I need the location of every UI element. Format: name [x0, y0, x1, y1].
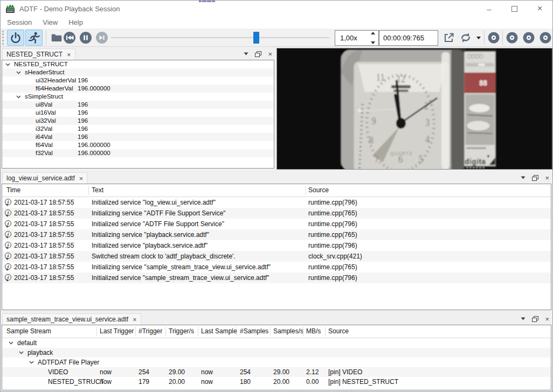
column-separator[interactable]	[303, 327, 303, 336]
log-time: 2021-03-17 18:57:55	[14, 262, 74, 272]
log-row[interactable]: i2021-03-17 18:57:55Initializing service…	[2, 208, 551, 219]
spin-up-icon[interactable]	[371, 32, 375, 34]
menu-help[interactable]: Help	[63, 17, 88, 29]
column-separator[interactable]	[165, 327, 166, 336]
seek-slider-handle[interactable]	[253, 32, 259, 44]
tab-close-icon[interactable]: ×	[79, 175, 84, 182]
tree-item-label: ui16Val	[36, 109, 56, 117]
column-separator[interactable]	[198, 327, 198, 336]
trace-column-header[interactable]: Sample Stream	[6, 325, 51, 338]
column-separator[interactable]	[88, 186, 89, 195]
panel-close-icon[interactable]: ×	[268, 51, 272, 58]
log-row[interactable]: i2021-03-17 18:57:55Initialized service …	[2, 197, 551, 208]
log-row[interactable]: i2021-03-17 18:57:55Switched stream cloc…	[2, 251, 551, 262]
tab-trace-view[interactable]: sample_stream_trace_view.ui_service.adtf…	[2, 313, 141, 325]
log-row[interactable]: i2021-03-17 18:57:55Initialized service …	[2, 272, 551, 283]
tree-row[interactable]: i32Val196	[2, 125, 274, 133]
clock-numeral: 3	[425, 118, 430, 129]
panel-float-icon[interactable]	[532, 316, 538, 322]
tree-row[interactable]: sHeaderStruct	[2, 68, 274, 76]
marker-button-1[interactable]	[486, 30, 501, 46]
tree-row[interactable]: ui32HeaderVal196	[2, 76, 274, 85]
tab-close-icon[interactable]: ×	[67, 51, 71, 58]
trace-cell: [pin] NESTED_STRUCT	[328, 377, 398, 387]
expander-chevron-icon[interactable]	[5, 63, 10, 66]
panel-float-icon[interactable]	[255, 51, 261, 57]
column-header-text[interactable]: Text	[92, 184, 103, 197]
marker-button-4[interactable]	[538, 30, 553, 46]
tree-row[interactable]: ui32Val196	[2, 117, 274, 125]
tree-row[interactable]: NESTED_STRUCT	[2, 60, 274, 68]
panel-menu-icon[interactable]	[521, 176, 526, 179]
maximize-button[interactable]	[502, 1, 527, 17]
run-button[interactable]	[25, 30, 43, 46]
tree-row[interactable]: f32Val196.000000	[2, 149, 274, 157]
repeat-button[interactable]	[457, 30, 475, 46]
close-button[interactable]: ×	[527, 1, 552, 17]
panel-close-icon[interactable]: ×	[545, 174, 549, 181]
expander-chevron-icon[interactable]	[16, 71, 21, 74]
tab-log-view[interactable]: log_view.ui_service.adtf ×	[2, 172, 87, 184]
tree-row[interactable]: f64HeaderVal196.000000	[2, 85, 274, 93]
trace-row[interactable]: NESTED_STRUCTnow17920.00now18020.000.00[…	[2, 377, 551, 387]
log-row[interactable]: i2021-03-17 18:57:55Initialized service …	[2, 240, 551, 251]
time-field[interactable]: 00:00:09:765	[379, 30, 438, 46]
tab-nested-struct[interactable]: NESTED_STRUCT ×	[2, 48, 75, 60]
speed-spinbox[interactable]: 1,00x	[335, 30, 379, 46]
tree-row[interactable]: sSimpleStruct	[2, 93, 274, 101]
skip-forward-button[interactable]	[93, 30, 110, 46]
trace-column-header[interactable]: Source	[328, 325, 349, 338]
column-separator[interactable]	[237, 327, 237, 336]
column-separator[interactable]	[96, 327, 97, 336]
trace-column-header[interactable]: Last Sample	[201, 325, 237, 338]
tree-row[interactable]: f64Val196.000000	[2, 141, 274, 149]
repeat-dropdown[interactable]	[475, 30, 482, 46]
trace-cell: 29.00	[169, 367, 185, 377]
info-icon: i	[5, 231, 11, 237]
panel-float-icon[interactable]	[532, 175, 538, 181]
trace-column-header[interactable]: Trigger/s	[169, 325, 194, 338]
marker-button-2[interactable]	[504, 30, 520, 46]
trace-column-header[interactable]: Last Trigger	[100, 325, 134, 338]
expander-chevron-icon[interactable]	[16, 95, 21, 99]
trace-row[interactable]: default	[2, 338, 551, 348]
panel-menu-icon[interactable]	[521, 317, 526, 320]
detach-button[interactable]	[441, 30, 457, 46]
panel-menu-icon[interactable]	[244, 52, 248, 55]
tree-row[interactable]: i64Val196	[2, 133, 274, 141]
column-header-time[interactable]: Time	[6, 184, 20, 197]
skip-backward-button[interactable]	[61, 30, 78, 46]
marker-button-3[interactable]	[521, 30, 536, 46]
toolbar-grip[interactable]	[2, 31, 4, 45]
trace-column-header[interactable]: MB/s	[306, 325, 321, 338]
log-row[interactable]: i2021-03-17 18:57:55Initializing service…	[2, 262, 551, 272]
log-row[interactable]: i2021-03-17 18:57:55Initialized service …	[2, 219, 551, 229]
seek-slider-track[interactable]	[111, 37, 329, 39]
panel-close-icon[interactable]: ×	[545, 316, 549, 323]
trace-row[interactable]: VIDEOnow25429.00now25429.002.12[pin] VID…	[2, 367, 551, 377]
log-row[interactable]: i2021-03-17 18:57:55Initializing service…	[2, 229, 551, 240]
power-button[interactable]	[7, 30, 24, 46]
trace-column-header[interactable]: #Trigger	[139, 325, 162, 338]
minimize-button[interactable]: –	[476, 1, 502, 17]
trace-row[interactable]: playback	[2, 348, 551, 358]
column-separator[interactable]	[325, 327, 326, 336]
expander-chevron-icon[interactable]	[9, 341, 13, 345]
tree-row[interactable]: ui8Val196	[2, 101, 274, 109]
column-separator[interactable]	[270, 327, 271, 336]
column-header-source[interactable]: Source	[308, 184, 329, 197]
pause-button[interactable]	[77, 30, 94, 46]
expander-chevron-icon[interactable]	[19, 351, 24, 354]
trace-column-header[interactable]: Samples/s	[273, 325, 303, 338]
menu-view[interactable]: View	[37, 17, 63, 29]
menu-session[interactable]: Session	[2, 17, 37, 29]
column-separator[interactable]	[305, 186, 306, 195]
tab-close-icon[interactable]: ×	[133, 316, 137, 323]
tree-row[interactable]: ui16Val196	[2, 109, 274, 117]
expander-chevron-icon[interactable]	[29, 361, 34, 364]
trace-row[interactable]: ADTFDAT File Player	[2, 358, 551, 367]
trace-column-header[interactable]: #Samples	[240, 325, 268, 338]
detach-icon	[443, 32, 455, 44]
column-separator[interactable]	[135, 327, 136, 336]
spin-down-icon[interactable]	[371, 41, 375, 44]
